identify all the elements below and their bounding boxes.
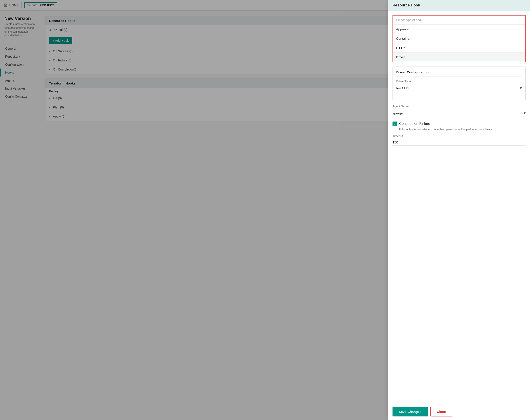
save-changes-button[interactable]: Save Changes xyxy=(393,407,428,417)
timeout-label: Timeout xyxy=(393,134,526,138)
dropdown-placeholder: Select type of hook xyxy=(393,15,525,25)
agent-name-field: Agent Name sp-agent ▾ xyxy=(393,105,526,117)
driver-config-card: Driver Configuration Driver Type test111… xyxy=(393,67,526,100)
timeout-field: Timeout 150 xyxy=(393,134,526,146)
continue-on-failure-hint: If this option is not selected, no furth… xyxy=(399,128,526,131)
driver-type-label: Driver Type xyxy=(396,80,522,83)
dropdown-option-container[interactable]: Container xyxy=(393,34,525,43)
continue-on-failure-row[interactable]: ✓ Continue on Failure xyxy=(393,121,526,126)
resource-hook-panel: Resource Hook Select type of hook Approv… xyxy=(388,0,530,420)
driver-type-value: test1111 xyxy=(396,86,409,90)
checkmark-icon: ✓ xyxy=(394,122,396,126)
panel-title: Resource Hook xyxy=(388,0,530,11)
hook-type-dropdown[interactable]: Select type of hook Approval Container H… xyxy=(393,15,526,62)
agent-name-arrow-icon: ▾ xyxy=(524,111,526,116)
agent-name-value: sp-agent xyxy=(393,111,405,115)
driver-config-title: Driver Configuration xyxy=(396,70,522,76)
dropdown-option-http[interactable]: HTTP xyxy=(393,43,525,53)
continue-on-failure-checkbox[interactable]: ✓ xyxy=(393,121,397,126)
timeout-value: 150 xyxy=(393,139,526,146)
panel-footer: Save Changes Close xyxy=(388,403,530,420)
dropdown-option-driver[interactable]: Driver xyxy=(393,53,525,62)
continue-on-failure-label: Continue on Failure xyxy=(399,122,430,126)
close-button[interactable]: Close xyxy=(430,407,452,417)
panel-body: Select type of hook Approval Container H… xyxy=(388,11,530,403)
agent-name-select[interactable]: sp-agent ▾ xyxy=(393,109,526,117)
driver-type-arrow-icon: ▾ xyxy=(520,86,522,90)
dropdown-option-approval[interactable]: Approval xyxy=(393,25,525,34)
driver-type-select[interactable]: test1111 ▾ xyxy=(396,84,522,92)
agent-name-label: Agent Name xyxy=(393,105,526,108)
driver-type-field: Driver Type test1111 ▾ xyxy=(396,80,522,92)
